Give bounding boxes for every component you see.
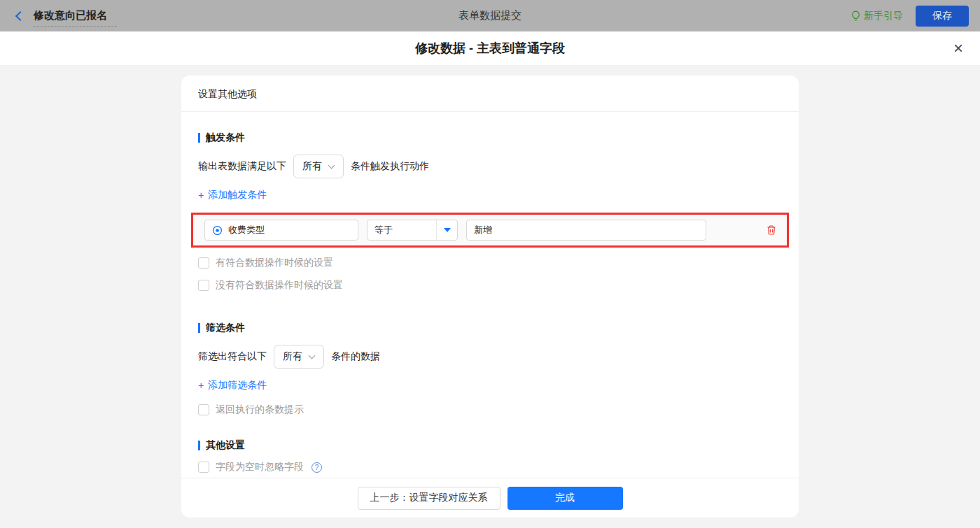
- options-panel: 设置其他选项 触发条件 输出表数据满足以下 所有 条件触发执行动作 + 添加触发…: [181, 76, 799, 518]
- panel-header: 设置其他选项: [181, 76, 799, 112]
- plus-icon: +: [198, 190, 204, 201]
- trigger-section-title: 触发条件: [198, 131, 782, 144]
- panel-body: 触发条件 输出表数据满足以下 所有 条件触发执行动作 + 添加触发条件: [181, 112, 799, 478]
- condition-operator-select[interactable]: 等于: [367, 220, 458, 241]
- dialog-title: 修改数据 - 主表到普通字段: [415, 40, 565, 57]
- filter-section-title: 筛选条件: [198, 322, 782, 334]
- add-filter-condition-link[interactable]: + 添加筛选条件: [198, 379, 267, 392]
- close-icon[interactable]: ×: [953, 40, 963, 57]
- ignore-empty-checkbox[interactable]: [198, 462, 209, 473]
- back-button[interactable]: 修改意向已报名: [11, 6, 117, 27]
- no-match-checkbox[interactable]: [198, 280, 209, 291]
- dialog-body: 设置其他选项 触发条件 输出表数据满足以下 所有 条件触发执行动作 + 添加触发…: [0, 66, 980, 528]
- help-icon[interactable]: ?: [312, 462, 322, 473]
- dialog-header: 修改数据 - 主表到普通字段 ×: [0, 31, 980, 66]
- panel-footer: 上一步：设置字段对应关系 完成: [181, 478, 799, 518]
- caret-down-icon: [444, 228, 451, 232]
- add-trigger-condition-link[interactable]: + 添加触发条件: [198, 189, 267, 201]
- filter-mode-line: 筛选出符合以下 所有 条件的数据: [198, 344, 782, 369]
- lightbulb-icon: [851, 10, 860, 22]
- radio-field-icon: [212, 225, 223, 236]
- flow-name[interactable]: 修改意向已报名: [34, 9, 117, 27]
- section-marker: [198, 441, 200, 450]
- section-marker: [198, 133, 200, 143]
- condition-field-value: 收费类型: [228, 224, 265, 236]
- no-match-option: 没有符合数据操作时候的设置: [198, 278, 782, 292]
- filter-mode-select[interactable]: 所有: [274, 345, 324, 369]
- page-title: 表单数据提交: [0, 9, 980, 22]
- chevron-down-icon: [328, 162, 335, 169]
- condition-operator-value: 等于: [368, 220, 436, 240]
- previous-step-button[interactable]: 上一步：设置字段对应关系: [358, 487, 500, 510]
- trigger-mode-value: 所有: [302, 160, 322, 173]
- section-marker: [198, 323, 200, 333]
- trigger-suffix-label: 条件触发执行动作: [351, 160, 429, 173]
- other-section-title: 其他设置: [198, 439, 782, 452]
- filter-suffix-label: 条件的数据: [331, 350, 380, 363]
- chevron-left-icon: [15, 10, 25, 20]
- topbar: 修改意向已报名 表单数据提交 新手引导 保存: [0, 0, 980, 31]
- condition-field-select[interactable]: 收费类型: [204, 220, 358, 241]
- trigger-mode-select[interactable]: 所有: [293, 155, 344, 178]
- topbar-actions: 新手引导 保存: [851, 6, 969, 27]
- guide-label: 新手引导: [864, 10, 903, 22]
- condition-value-input[interactable]: [466, 220, 706, 241]
- count-tip-checkbox[interactable]: [198, 404, 209, 415]
- has-match-option: 有符合数据操作时候的设置: [198, 256, 782, 270]
- has-match-checkbox[interactable]: [198, 257, 209, 269]
- newbie-guide-link[interactable]: 新手引导: [851, 10, 903, 22]
- trigger-mode-line: 输出表数据满足以下 所有 条件触发执行动作: [198, 154, 782, 179]
- trigger-prefix-label: 输出表数据满足以下: [198, 160, 286, 173]
- delete-condition-button[interactable]: [766, 224, 777, 236]
- done-button[interactable]: 完成: [507, 487, 623, 510]
- trash-icon: [766, 224, 777, 236]
- count-tip-option: 返回执行的条数提示: [198, 403, 782, 417]
- filter-prefix-label: 筛选出符合以下: [198, 350, 267, 363]
- operator-caret-zone[interactable]: [436, 220, 457, 240]
- trigger-condition-row: 收费类型 等于: [191, 213, 789, 248]
- plus-icon: +: [198, 380, 204, 391]
- filter-mode-value: 所有: [283, 350, 302, 363]
- ignore-empty-option: 字段为空时忽略字段 ?: [198, 460, 782, 474]
- save-button[interactable]: 保存: [916, 6, 969, 27]
- chevron-down-icon: [309, 352, 316, 359]
